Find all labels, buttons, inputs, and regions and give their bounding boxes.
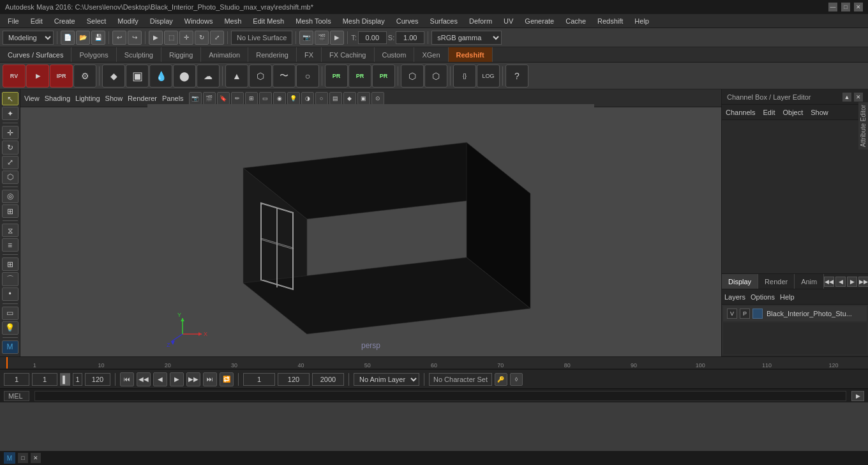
prev-key-btn[interactable]: ◀◀ [137, 372, 151, 386]
menu-redshift[interactable]: Redshift [592, 16, 628, 26]
snap-btn[interactable]: ⊞ [2, 204, 19, 218]
open-btn[interactable]: 📂 [76, 31, 90, 45]
start-frame-input[interactable] [4, 373, 29, 386]
range-start-input[interactable] [243, 373, 275, 386]
tab-render[interactable]: Render [758, 274, 795, 289]
tab-curves-surfaces[interactable]: Curves / Surfaces [0, 47, 71, 62]
options-tab[interactable]: Options [751, 293, 775, 301]
shelf-pr3-btn[interactable]: PR [372, 65, 395, 88]
menu-deform[interactable]: Deform [464, 16, 497, 26]
vp-menu-renderer[interactable]: Renderer [128, 95, 157, 102]
vp-menu-shading[interactable]: Shading [45, 95, 70, 102]
layer-nav-btn3[interactable]: ▶ [847, 277, 857, 287]
panel-close-btn[interactable]: ✕ [854, 93, 863, 102]
script-run-btn[interactable]: ▶ [851, 391, 864, 401]
shelf-geom2-btn[interactable]: ⬡ [424, 65, 447, 88]
vp-film-icon[interactable]: 🎬 [203, 92, 216, 105]
vp-smooth-icon[interactable]: ◉ [273, 92, 286, 105]
shelf-log-btn[interactable]: LOG [477, 65, 500, 88]
tab-xgen[interactable]: XGen [414, 47, 448, 62]
render-btn[interactable]: 🎬 [315, 31, 329, 45]
menu-generate[interactable]: Generate [520, 16, 559, 26]
tab-animation[interactable]: Animation [201, 47, 248, 62]
snap-point-btn[interactable]: • [2, 287, 19, 301]
snap-grid-btn[interactable]: ⊞ [2, 257, 19, 271]
tab-polygons[interactable]: Polygons [71, 47, 116, 62]
shelf-cube-btn[interactable]: ▲ [225, 65, 248, 88]
current-frame-input[interactable] [32, 373, 57, 386]
tab-display[interactable]: Display [722, 274, 758, 289]
vp-bookmark-icon[interactable]: 🔖 [217, 92, 230, 105]
select-btn[interactable]: ▶ [149, 31, 163, 45]
menu-cache[interactable]: Cache [560, 16, 591, 26]
mel-label[interactable]: MEL [4, 391, 29, 401]
taskbar-close-btn[interactable]: ✕ [31, 453, 41, 463]
tab-fx[interactable]: FX [297, 47, 322, 62]
maya-logo-btn[interactable]: M [2, 340, 19, 354]
vp-menu-lighting[interactable]: Lighting [75, 95, 100, 102]
vp-wireframe-icon[interactable]: ▭ [259, 92, 272, 105]
snap-curve-btn[interactable]: ⌒ [2, 272, 19, 286]
max-frame-input[interactable] [312, 373, 344, 386]
next-frame-btn[interactable]: ▶▶ [186, 372, 200, 386]
shelf-circle-btn[interactable]: ○ [296, 65, 319, 88]
lasso-btn[interactable]: ⬚ [164, 31, 178, 45]
ipr-btn[interactable]: ▶ [330, 31, 344, 45]
shelf-script-btn[interactable]: {} [453, 65, 476, 88]
menu-surfaces[interactable]: Surfaces [425, 16, 463, 26]
tab-sculpting[interactable]: Sculpting [117, 47, 161, 62]
scale-btn[interactable]: ⤢ [210, 31, 224, 45]
layer-playback-btn[interactable]: P [740, 309, 750, 319]
vp-menu-panels[interactable]: Panels [162, 95, 184, 102]
move-btn[interactable]: ✛ [179, 31, 193, 45]
range-end-input[interactable] [278, 373, 310, 386]
shelf-help-btn[interactable]: ? [505, 65, 528, 88]
shelf-wave-btn[interactable]: 〜 [273, 65, 296, 88]
shelf-box-btn[interactable]: ▣ [126, 65, 149, 88]
layer-visibility-btn[interactable]: V [727, 309, 737, 319]
vp-light-icon[interactable]: 💡 [287, 92, 300, 105]
shelf-ipr-btn[interactable]: ▶ [26, 65, 49, 88]
layers-tab[interactable]: Layers [724, 293, 745, 301]
maximize-button[interactable]: □ [841, 3, 850, 11]
minimize-button[interactable]: — [828, 3, 837, 11]
light-btn[interactable]: 💡 [2, 321, 19, 335]
vp-pencil-icon[interactable]: ✏ [231, 92, 244, 105]
layer-nav-btn2[interactable]: ◀ [835, 277, 846, 287]
play-btn[interactable]: ▶ [170, 372, 184, 386]
tab-rendering[interactable]: Rendering [248, 47, 297, 62]
scale-tool-btn[interactable]: ⤢ [2, 156, 19, 169]
add-key-btn[interactable]: 🔑 [495, 373, 507, 386]
redo-btn[interactable]: ↪ [128, 31, 142, 45]
layer-nav-btn1[interactable]: ◀◀ [824, 277, 834, 287]
script-input[interactable] [34, 391, 846, 401]
anim-layer-select[interactable]: No Anim Layer [354, 373, 419, 386]
prev-frame-btn[interactable]: ◀ [153, 372, 167, 386]
menu-display[interactable]: Display [145, 16, 178, 26]
gamma-select[interactable]: sRGB gamma [431, 31, 502, 45]
scale-input[interactable]: 1.00 [396, 31, 424, 44]
menu-mesh-tools[interactable]: Mesh Tools [290, 16, 336, 26]
shelf-drop-btn[interactable]: 💧 [149, 65, 172, 88]
end-frame-display[interactable] [85, 373, 110, 386]
layer-nav-btn4[interactable]: ▶▶ [858, 277, 868, 287]
history-btn[interactable]: ⧖ [2, 224, 19, 237]
attr-btn[interactable]: ≡ [2, 238, 19, 252]
vp-isolate-icon[interactable]: ⊙ [371, 92, 384, 105]
tab-rigging[interactable]: Rigging [161, 47, 201, 62]
vp-material-icon[interactable]: ◆ [343, 92, 356, 105]
move-tool-btn[interactable]: ✛ [2, 126, 19, 139]
shelf-pr2-btn[interactable]: PR [348, 65, 371, 88]
rotate-tool-btn[interactable]: ↻ [2, 141, 19, 154]
vp-hud-icon[interactable]: ▣ [357, 92, 370, 105]
frame-slider-thumb[interactable]: ▌ [60, 373, 70, 386]
shelf-pr1-btn[interactable]: PR [325, 65, 348, 88]
render-region-btn[interactable]: ▭ [2, 307, 19, 320]
translate-input[interactable]: 0.00 [358, 31, 387, 44]
menu-mesh[interactable]: Mesh [219, 16, 246, 26]
menu-curves[interactable]: Curves [391, 16, 424, 26]
undo-btn[interactable]: ↩ [112, 31, 126, 45]
mode-select[interactable]: Modeling [3, 31, 54, 45]
menu-help[interactable]: Help [629, 16, 654, 26]
vp-camera-icon[interactable]: 📷 [189, 92, 202, 105]
